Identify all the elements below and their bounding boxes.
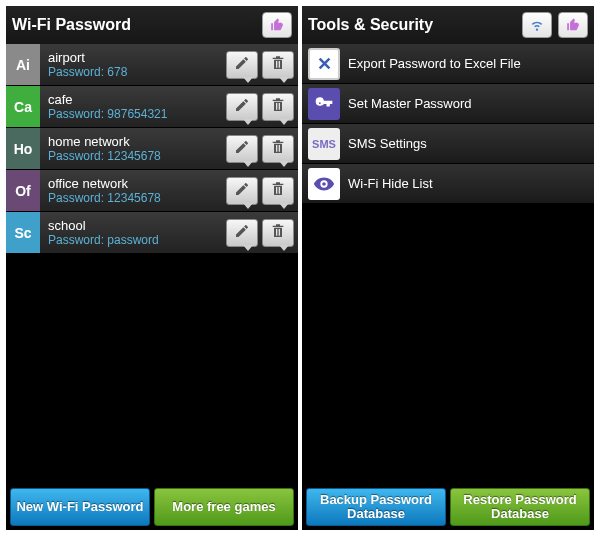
- excel-icon: ✕: [308, 48, 340, 80]
- header-title: Tools & Security: [308, 16, 516, 34]
- network-badge: Sc: [6, 212, 40, 253]
- header-left: Wi-Fi Password: [6, 6, 298, 44]
- network-password: Password: 12345678: [48, 191, 226, 205]
- eye-icon: [308, 168, 340, 200]
- tools-list: ✕Export Password to Excel FileSet Master…: [302, 44, 594, 484]
- wifi-icon: [528, 18, 546, 32]
- restore-database-button[interactable]: Restore Password Database: [450, 488, 590, 526]
- pencil-icon: [234, 139, 250, 159]
- header-title: Wi-Fi Password: [12, 16, 256, 34]
- tool-label: SMS Settings: [348, 136, 427, 151]
- row-text: office networkPassword: 12345678: [40, 170, 226, 211]
- thumbs-up-icon: [565, 18, 581, 32]
- wifi-indicator-button[interactable]: [522, 12, 552, 38]
- row-text: airportPassword: 678: [40, 44, 226, 85]
- delete-button[interactable]: [262, 177, 294, 205]
- key-icon: [308, 88, 340, 120]
- row-actions: [226, 128, 298, 169]
- trash-icon: [270, 223, 286, 243]
- pencil-icon: [234, 181, 250, 201]
- sms-icon: SMS: [308, 128, 340, 160]
- edit-button[interactable]: [226, 51, 258, 79]
- footer-left: New Wi-Fi Password More free games: [6, 484, 298, 530]
- network-name: airport: [48, 50, 226, 66]
- row-text: cafePassword: 987654321: [40, 86, 226, 127]
- backup-database-button[interactable]: Backup Password Database: [306, 488, 446, 526]
- like-button[interactable]: [558, 12, 588, 38]
- wifi-row[interactable]: AiairportPassword: 678: [6, 44, 298, 86]
- row-actions: [226, 212, 298, 253]
- network-password: Password: password: [48, 233, 226, 247]
- wifi-row[interactable]: ScschoolPassword: password: [6, 212, 298, 254]
- header-right: Tools & Security: [302, 6, 594, 44]
- delete-button[interactable]: [262, 219, 294, 247]
- network-badge: Ca: [6, 86, 40, 127]
- thumbs-up-icon: [269, 18, 285, 32]
- network-badge: Of: [6, 170, 40, 211]
- edit-button[interactable]: [226, 177, 258, 205]
- wifi-list: AiairportPassword: 678CacafePassword: 98…: [6, 44, 298, 484]
- wifi-row[interactable]: Hohome networkPassword: 12345678: [6, 128, 298, 170]
- tool-label: Export Password to Excel File: [348, 56, 521, 71]
- row-actions: [226, 170, 298, 211]
- row-actions: [226, 86, 298, 127]
- edit-button[interactable]: [226, 219, 258, 247]
- wifi-password-screen: Wi-Fi Password AiairportPassword: 678Cac…: [6, 6, 298, 530]
- wifi-row[interactable]: CacafePassword: 987654321: [6, 86, 298, 128]
- row-text: home networkPassword: 12345678: [40, 128, 226, 169]
- delete-button[interactable]: [262, 135, 294, 163]
- tool-label: Wi-Fi Hide List: [348, 176, 433, 191]
- edit-button[interactable]: [226, 135, 258, 163]
- row-actions: [226, 44, 298, 85]
- row-text: schoolPassword: password: [40, 212, 226, 253]
- new-wifi-password-button[interactable]: New Wi-Fi Password: [10, 488, 150, 526]
- edit-button[interactable]: [226, 93, 258, 121]
- network-name: home network: [48, 134, 226, 150]
- like-button[interactable]: [262, 12, 292, 38]
- network-name: school: [48, 218, 226, 234]
- network-badge: Ho: [6, 128, 40, 169]
- delete-button[interactable]: [262, 93, 294, 121]
- more-free-games-button[interactable]: More free games: [154, 488, 294, 526]
- tools-security-screen: Tools & Security ✕Export Password to Exc…: [302, 6, 594, 530]
- trash-icon: [270, 181, 286, 201]
- network-password: Password: 987654321: [48, 107, 226, 121]
- pencil-icon: [234, 223, 250, 243]
- tool-label: Set Master Password: [348, 96, 472, 111]
- network-password: Password: 678: [48, 65, 226, 79]
- trash-icon: [270, 97, 286, 117]
- pencil-icon: [234, 55, 250, 75]
- delete-button[interactable]: [262, 51, 294, 79]
- footer-right: Backup Password Database Restore Passwor…: [302, 484, 594, 530]
- trash-icon: [270, 139, 286, 159]
- network-name: cafe: [48, 92, 226, 108]
- tools-row[interactable]: Set Master Password: [302, 84, 594, 124]
- trash-icon: [270, 55, 286, 75]
- tools-row[interactable]: Wi-Fi Hide List: [302, 164, 594, 204]
- network-badge: Ai: [6, 44, 40, 85]
- network-name: office network: [48, 176, 226, 192]
- tools-row[interactable]: ✕Export Password to Excel File: [302, 44, 594, 84]
- wifi-row[interactable]: Ofoffice networkPassword: 12345678: [6, 170, 298, 212]
- tools-row[interactable]: SMSSMS Settings: [302, 124, 594, 164]
- pencil-icon: [234, 97, 250, 117]
- network-password: Password: 12345678: [48, 149, 226, 163]
